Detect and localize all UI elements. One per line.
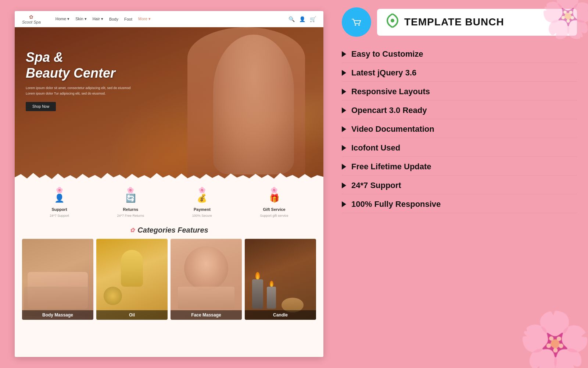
site-navbar: ✿ Scoot Spa Home ▾ Skin ▾ Hair ▾ Body Fo… xyxy=(15,11,323,27)
category-face-massage[interactable]: Face Massage xyxy=(171,239,242,320)
oil-image xyxy=(96,239,168,320)
categories-title: ✿ Categories Features xyxy=(22,226,316,234)
search-icon[interactable]: 🔍 xyxy=(288,16,295,22)
arrow-icon-7 xyxy=(342,164,346,170)
feature-label-6: Icofont Used xyxy=(351,143,400,153)
nav-home[interactable]: Home ▾ xyxy=(55,17,69,21)
feature-jquery: Latest jQuery 3.6 xyxy=(342,64,577,82)
face-massage-label: Face Massage xyxy=(171,310,242,320)
categories-grid: Body Massage Oil Face Massage xyxy=(22,239,316,320)
candle-2 xyxy=(267,287,276,309)
nav-more[interactable]: More ▾ xyxy=(138,17,151,21)
feature-fully-responsive: 100% Fully Responsive xyxy=(342,196,577,213)
feature-support-247: 24*7 Support xyxy=(342,177,577,194)
gift-sublabel: Support gift service xyxy=(260,214,288,217)
support-icon-wrap: 🌸 👤 xyxy=(50,187,69,205)
hero-woman-face xyxy=(213,35,294,174)
gift-leaf-icon: 🌸 xyxy=(270,187,278,194)
support-leaf-icon: 🌸 xyxy=(56,187,63,194)
flame-1 xyxy=(255,272,260,279)
category-oil[interactable]: Oil xyxy=(96,239,168,320)
gift-main-icon: 🎁 xyxy=(269,194,279,203)
site-logo: ✿ Scoot Spa xyxy=(22,14,41,24)
face-oval xyxy=(184,246,228,290)
feature-list: Easy to Customize Latest jQuery 3.6 Resp… xyxy=(342,46,577,361)
feature-label-5: Video Documentation xyxy=(351,124,434,134)
feature-label-2: Latest jQuery 3.6 xyxy=(351,68,416,78)
payment-label: Payment xyxy=(194,207,211,212)
body-massage-image xyxy=(22,239,93,320)
returns-icon-wrap: 🌸 🔄 xyxy=(121,187,140,205)
logo-icon: ✿ xyxy=(29,14,33,20)
brand-header: TEMPLATE BUNCH xyxy=(342,7,577,37)
oil-label: Oil xyxy=(96,310,168,320)
svg-point-0 xyxy=(348,14,365,30)
feature-label-8: 24*7 Support xyxy=(351,181,401,190)
feature-label-9: 100% Fully Responsive xyxy=(351,199,441,209)
feature-support: 🌸 👤 Support 24*7 Support xyxy=(50,187,69,217)
returns-leaf-icon: 🌸 xyxy=(127,187,134,194)
site-nav-icons: 🔍 👤 🛒 xyxy=(288,16,316,22)
cart-icon[interactable]: 🛒 xyxy=(310,16,316,22)
support-label: Support xyxy=(52,207,67,212)
website-preview: ✿ Scoot Spa Home ▾ Skin ▾ Hair ▾ Body Fo… xyxy=(15,11,323,357)
arrow-icon-5 xyxy=(342,126,346,132)
arrow-icon-3 xyxy=(342,89,346,95)
feature-lifetime-update: Free Lifetime Update xyxy=(342,158,577,176)
arrow-icon-2 xyxy=(342,70,346,76)
category-body-massage[interactable]: Body Massage xyxy=(22,239,93,320)
feature-icofont: Icofont Used xyxy=(342,139,577,157)
feature-gift: 🌸 🎁 Gift Service Support gift service xyxy=(260,187,288,217)
feature-label-3: Responsive Layouts xyxy=(351,87,430,96)
nav-body[interactable]: Body xyxy=(109,17,118,21)
hero-description: Lorem ipsum dolor sit amet, consectetur … xyxy=(26,85,130,96)
gift-label: Gift Service xyxy=(263,207,286,212)
categories-section: ✿ Categories Features Body Massage Oil xyxy=(15,222,323,357)
returns-main-icon: 🔄 xyxy=(126,194,136,203)
payment-main-icon: 💰 xyxy=(197,194,207,203)
candle-label: Candle xyxy=(245,310,316,320)
candle-image xyxy=(245,239,316,320)
oil-bottle xyxy=(121,250,143,287)
right-panel: 🌸 TEMPLATE BUNCH Easy t xyxy=(331,0,588,368)
feature-video-doc: Video Documentation xyxy=(342,121,577,138)
flame-2 xyxy=(270,281,273,287)
svg-point-1 xyxy=(355,24,356,26)
shop-now-button[interactable]: Shop Now xyxy=(26,102,56,111)
feature-label-4: Opencart 3.0 Ready xyxy=(351,106,427,115)
site-hero: Spa & Beauty Center Lorem ipsum dolor si… xyxy=(15,27,323,182)
brand-name: TEMPLATE BUNCH xyxy=(404,16,504,28)
gift-icon-wrap: 🌸 🎁 xyxy=(265,187,283,205)
nav-skin[interactable]: Skin ▾ xyxy=(75,17,86,21)
feature-returns: 🌸 🔄 Returns 24*7 Free Returns xyxy=(117,187,144,217)
arrow-icon-1 xyxy=(342,51,346,57)
nav-hair[interactable]: Hair ▾ xyxy=(93,17,103,21)
arrow-icon-9 xyxy=(342,201,346,207)
hero-content: Spa & Beauty Center Lorem ipsum dolor si… xyxy=(26,49,130,111)
body-massage-label: Body Massage xyxy=(22,310,93,320)
brand-logo-box: TEMPLATE BUNCH xyxy=(377,9,577,36)
feature-easy-customize: Easy to Customize xyxy=(342,46,577,63)
payment-sublabel: 100% Secure xyxy=(192,214,212,217)
payment-icon-wrap: 🌸 💰 xyxy=(193,187,211,205)
brand-cart-icon xyxy=(342,7,371,37)
logo-text: Scoot Spa xyxy=(22,20,41,24)
brand-logo-symbol xyxy=(384,13,401,32)
returns-sublabel: 24*7 Free Returns xyxy=(117,214,144,217)
feature-label-7: Free Lifetime Update xyxy=(351,162,431,171)
hero-title: Spa & Beauty Center xyxy=(26,49,130,81)
feature-responsive: Responsive Layouts xyxy=(342,83,577,100)
arrow-icon-6 xyxy=(342,145,346,151)
nav-foot[interactable]: Foot xyxy=(124,17,132,21)
feature-label-1: Easy to Customize xyxy=(351,49,423,59)
svg-point-2 xyxy=(358,24,360,26)
support-sublabel: 24*7 Support xyxy=(50,214,69,217)
face-hands xyxy=(178,287,234,309)
candle-1 xyxy=(252,279,263,309)
features-strip: 🌸 👤 Support 24*7 Support 🌸 🔄 Returns 24*… xyxy=(15,182,323,222)
categories-title-icon: ✿ xyxy=(130,227,135,234)
user-icon[interactable]: 👤 xyxy=(299,16,305,22)
feature-payment: 🌸 💰 Payment 100% Secure xyxy=(192,187,212,217)
category-candle[interactable]: Candle xyxy=(245,239,316,320)
oil-ball xyxy=(104,287,122,305)
